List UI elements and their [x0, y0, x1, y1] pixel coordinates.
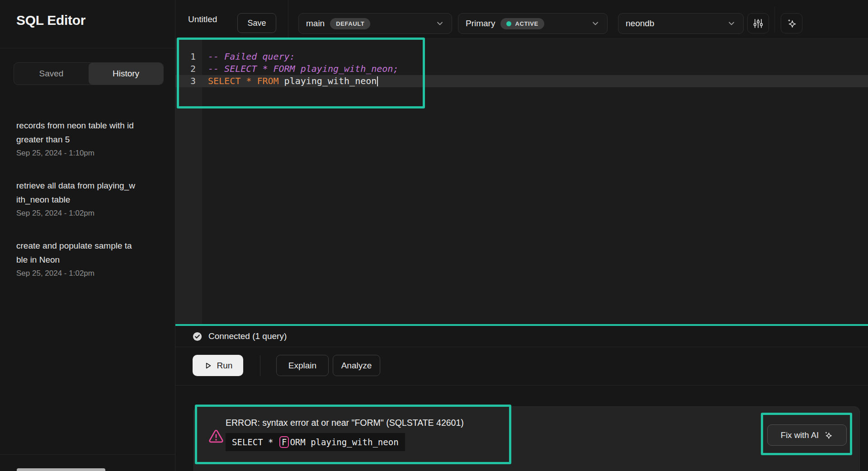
history-item-title: retrieve all data from playing_w ith_neo… [16, 179, 161, 207]
run-button-label: Run [217, 361, 233, 371]
compute-name: Primary [466, 19, 495, 28]
line-code: -- SELECT * FORM playing_with_neon; [202, 63, 398, 75]
history-item-timestamp: Sep 25, 2024 - 1:02pm [16, 209, 161, 218]
history-item-timestamp: Sep 25, 2024 - 1:02pm [16, 269, 161, 278]
sparkle-icon [823, 430, 833, 440]
sidebar: SQL Editor Saved History records from ne… [0, 0, 175, 471]
chevron-down-icon [727, 19, 736, 28]
query-toolbar: Run Explain Analyze [175, 348, 868, 386]
database-name: neondb [626, 19, 654, 28]
ai-assistant-button[interactable] [781, 13, 802, 33]
history-item[interactable]: retrieve all data from playing_w ith_neo… [16, 179, 161, 218]
run-button[interactable]: Run [193, 355, 243, 376]
document-title[interactable]: Untitled [188, 0, 217, 39]
topbar-divider [774, 6, 775, 33]
default-badge: DEFAULT [330, 18, 370, 29]
history-item-title: records from neon table with id greater … [16, 118, 161, 146]
sparkle-icon [786, 18, 797, 29]
history-item[interactable]: records from neon table with id greater … [16, 118, 161, 158]
explain-button[interactable]: Explain [276, 355, 329, 376]
history-item[interactable]: create and populate sample ta ble in Neo… [16, 239, 161, 278]
query-settings-button[interactable] [747, 13, 769, 33]
error-message: ERROR: syntax error at or near "FORM" (S… [226, 418, 464, 428]
line-number: 2 [175, 63, 202, 75]
save-button[interactable]: Save [237, 13, 276, 33]
active-badge-label: ACTIVE [515, 20, 538, 27]
tab-saved[interactable]: Saved [14, 63, 89, 85]
compute-dropdown[interactable]: Primary ACTIVE [458, 13, 608, 34]
warning-triangle-icon [208, 429, 224, 445]
branch-name: main [306, 19, 325, 28]
topbar-divider [288, 0, 288, 39]
history-item-timestamp: Sep 25, 2024 - 1:10pm [16, 149, 161, 158]
line-number: 3 [175, 75, 202, 87]
snippet-after: ORM playing_with_neon [290, 437, 398, 447]
sql-editor-app: SQL Editor Saved History records from ne… [0, 0, 868, 471]
topbar: Untitled Save main DEFAULT Primary ACTIV… [175, 0, 868, 39]
text-cursor [377, 76, 378, 86]
error-code-snippet: SELECT * FORM playing_with_neon [226, 433, 405, 451]
analyze-button[interactable]: Analyze [333, 355, 380, 376]
snippet-before: SELECT * [232, 437, 278, 447]
line-code: SELECT * FROM playing_with_neon [202, 75, 378, 87]
connection-status-bar: Connected (1 query) [175, 326, 868, 347]
editor-line[interactable]: 2-- SELECT * FORM playing_with_neon; [175, 63, 868, 75]
sliders-icon [753, 18, 764, 29]
line-number: 1 [175, 51, 202, 63]
fix-with-ai-button[interactable]: Fix with AI [767, 424, 847, 446]
fix-with-ai-label: Fix with AI [781, 430, 819, 440]
chevron-down-icon [435, 19, 444, 28]
tab-history[interactable]: History [89, 63, 163, 85]
error-highlight-box: F [279, 436, 289, 448]
editor-line[interactable]: 1-- Failed query: [175, 51, 868, 63]
sidebar-bottom-element[interactable] [17, 468, 105, 471]
saved-history-tab-switch: Saved History [14, 62, 164, 85]
active-dot-icon [506, 21, 511, 26]
history-item-title: create and populate sample ta ble in Neo… [16, 239, 161, 267]
branch-dropdown[interactable]: main DEFAULT [298, 13, 452, 34]
page-title: SQL Editor [16, 13, 85, 28]
database-dropdown[interactable]: neondb [618, 13, 744, 34]
error-panel: ERROR: syntax error at or near "FORM" (S… [193, 406, 860, 471]
editor-lines: 1-- Failed query:2-- SELECT * FORM playi… [175, 51, 868, 87]
results-area: ERROR: syntax error at or near "FORM" (S… [175, 386, 868, 471]
check-circle-icon [192, 331, 203, 342]
sidebar-divider [0, 454, 175, 455]
toolbar-divider [260, 355, 260, 376]
active-badge: ACTIVE [500, 18, 544, 29]
sql-code-editor[interactable]: 1-- Failed query:2-- SELECT * FORM playi… [175, 39, 868, 324]
editor-line[interactable]: 3SELECT * FROM playing_with_neon [175, 75, 868, 87]
history-list: records from neon table with id greater … [16, 118, 161, 299]
line-code: -- Failed query: [202, 51, 295, 63]
chevron-down-icon [591, 19, 600, 28]
sidebar-header: SQL Editor [0, 0, 175, 48]
connection-status-label: Connected (1 query) [208, 331, 287, 341]
play-icon [203, 361, 212, 370]
